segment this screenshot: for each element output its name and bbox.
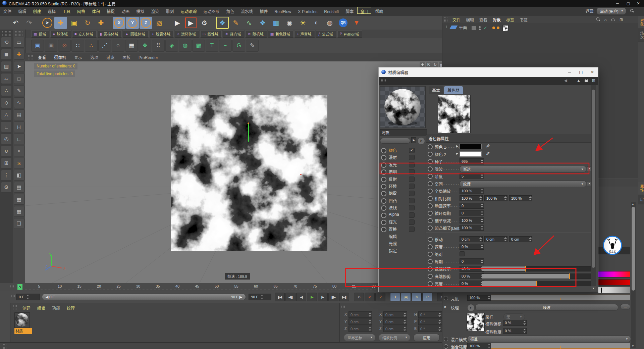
color-spectrum-strip[interactable]: [598, 271, 630, 278]
param-value-field[interactable]: 0 cm: [460, 236, 483, 242]
lock-z-axis-icon[interactable]: Z: [140, 17, 152, 29]
channel-circle-icon[interactable]: [381, 220, 386, 225]
record-parameter-icon[interactable]: P: [422, 293, 432, 301]
stepper-icon[interactable]: [504, 237, 507, 241]
viewport-menu-5[interactable]: 面板: [118, 54, 135, 60]
channel-row-11[interactable]: 置换: [379, 226, 426, 233]
material-tag-icon[interactable]: [502, 25, 508, 31]
texture-arrow-button[interactable]: ▸: [467, 304, 475, 311]
point-select-icon[interactable]: ∷: [71, 40, 84, 52]
object-row[interactable]: └ 平面 ✓: [445, 24, 508, 31]
param-value-field[interactable]: 100 %: [460, 195, 483, 201]
viewport-filter-icon[interactable]: ▭: [14, 37, 24, 48]
eyedropper-icon[interactable]: ✎: [485, 144, 490, 148]
dot-path-icon[interactable]: ⋰: [98, 40, 111, 52]
tag-dot-icon[interactable]: [497, 27, 499, 29]
param-slider[interactable]: [482, 281, 592, 286]
paint-points-icon[interactable]: ∴: [85, 40, 98, 52]
undo-icon[interactable]: ↶: [9, 17, 22, 29]
channel-circle-icon[interactable]: [381, 162, 386, 168]
scrollbar-thumb[interactable]: [632, 207, 635, 291]
field-button-0[interactable]: ▦组域: [31, 30, 49, 38]
matmgr-menu-3[interactable]: 纹理: [63, 303, 78, 311]
material-editor-titlebar[interactable]: 材质编辑器 ─ ▢ ✕: [379, 67, 598, 77]
channel-row-10[interactable]: 辉光: [379, 218, 426, 226]
material-name-field[interactable]: 材质: [380, 129, 427, 136]
menu-item-17[interactable]: RealFlow: [271, 8, 294, 14]
field-button-7[interactable]: ↦线性域: [200, 30, 222, 38]
palette-handle[interactable]: [2, 31, 11, 36]
texture-shader-button[interactable]: 噪波: [475, 304, 618, 311]
coord-field[interactable]: 0 cm: [383, 326, 407, 332]
objmgr-menu-0[interactable]: 文件: [450, 17, 463, 22]
texture-browse-button[interactable]: ...: [620, 304, 630, 309]
cursor-icon[interactable]: ⌖: [14, 146, 24, 156]
stepper-icon[interactable]: [480, 189, 483, 193]
add-layer-icon[interactable]: ⊞: [620, 17, 623, 22]
layer-toggle-icon[interactable]: [472, 26, 476, 30]
menu-item-21[interactable]: 窗口: [357, 7, 372, 14]
material-preview[interactable]: [380, 86, 426, 128]
param-circle-icon[interactable]: [428, 189, 433, 194]
stepper-icon[interactable]: [480, 259, 483, 263]
param-circle-icon[interactable]: [428, 237, 433, 242]
scrollbar-thumb[interactable]: [592, 90, 595, 268]
sampling-dropdown[interactable]: 无▼: [503, 313, 525, 320]
corner-icon[interactable]: ∟: [14, 134, 24, 144]
stepper-icon[interactable]: [368, 320, 371, 324]
channel-checkbox[interactable]: [409, 169, 415, 174]
dot-circle-icon[interactable]: ◌: [112, 40, 124, 52]
keyframe-help-icon[interactable]: ?: [375, 293, 385, 301]
menu-item-19[interactable]: Redshift: [321, 8, 342, 14]
mix-strength-field[interactable]: 100 %: [467, 343, 491, 349]
next-key-icon[interactable]: ▮▶: [328, 293, 338, 301]
param-value-field[interactable]: 5: [460, 173, 484, 179]
field-button-3[interactable]: ▮圆柱体域: [98, 30, 122, 38]
end-frame-field[interactable]: 90 F: [249, 294, 271, 300]
channel-row-4[interactable]: 反射: [379, 176, 426, 183]
menu-item-1[interactable]: 编辑: [15, 7, 30, 14]
interface-dropdown[interactable]: 启动 (用户)▼: [596, 7, 626, 15]
matmgr-menu-2[interactable]: 功能: [49, 303, 63, 311]
add-cube-icon[interactable]: ❖: [216, 17, 229, 29]
noise-shader-thumbnail[interactable]: [438, 95, 471, 133]
menu-item-13[interactable]: 运动图形: [200, 7, 223, 14]
param-value-field[interactable]: 0 %: [460, 281, 484, 287]
slider-handle[interactable]: [569, 273, 570, 279]
tab-layers[interactable]: 层: [638, 195, 644, 204]
param-circle-icon[interactable]: [428, 274, 433, 279]
viewport-menu-2[interactable]: 显示: [70, 54, 86, 60]
matmgr-menu-1[interactable]: 编辑: [34, 303, 49, 311]
maximize-button[interactable]: ▢: [575, 67, 587, 77]
menu-item-9[interactable]: 模拟: [133, 7, 148, 14]
floor-icon[interactable]: ▦: [270, 17, 282, 29]
channel-circle-icon[interactable]: [381, 169, 386, 175]
param-circle-icon[interactable]: [428, 174, 433, 179]
matmgr-handle[interactable]: [13, 305, 17, 309]
mix-mode-dropdown[interactable]: 标准▼: [467, 336, 631, 342]
material-name-label[interactable]: 材质: [14, 328, 32, 334]
cloner-icon[interactable]: ❖: [139, 40, 151, 52]
stepper-icon[interactable]: [403, 320, 406, 324]
coord-field[interactable]: 0 cm: [383, 311, 407, 318]
lock-x-axis-icon[interactable]: X: [113, 17, 125, 29]
viewport-menu-4[interactable]: 过滤: [102, 54, 118, 60]
param-circle-icon[interactable]: [428, 211, 433, 216]
menu-item-12[interactable]: 运动跟踪: [177, 7, 200, 14]
param-circle-icon[interactable]: [428, 266, 433, 271]
material-thumbnail[interactable]: [14, 312, 30, 328]
channel-circle-icon[interactable]: [381, 227, 386, 232]
falloff-disabled-icon[interactable]: ▣: [45, 40, 57, 52]
blur-offset-field[interactable]: 0 %: [503, 320, 527, 326]
prev-frame-icon[interactable]: ◀: [296, 293, 306, 301]
param-slider[interactable]: [482, 273, 592, 279]
pin-icon[interactable]: ▲: [577, 78, 581, 83]
objmgr-menu-2[interactable]: 查看: [477, 17, 490, 22]
timeline-handle[interactable]: [10, 285, 14, 289]
objmgr-menu-4[interactable]: 标签: [503, 17, 517, 22]
deformer-off-icon[interactable]: ⊘: [58, 40, 71, 52]
channel-checkbox[interactable]: [409, 177, 415, 182]
matrix-icon[interactable]: ⠿: [152, 40, 165, 52]
next-frame-icon[interactable]: ▶: [318, 293, 328, 301]
grid-d-icon[interactable]: ▦: [14, 206, 24, 217]
